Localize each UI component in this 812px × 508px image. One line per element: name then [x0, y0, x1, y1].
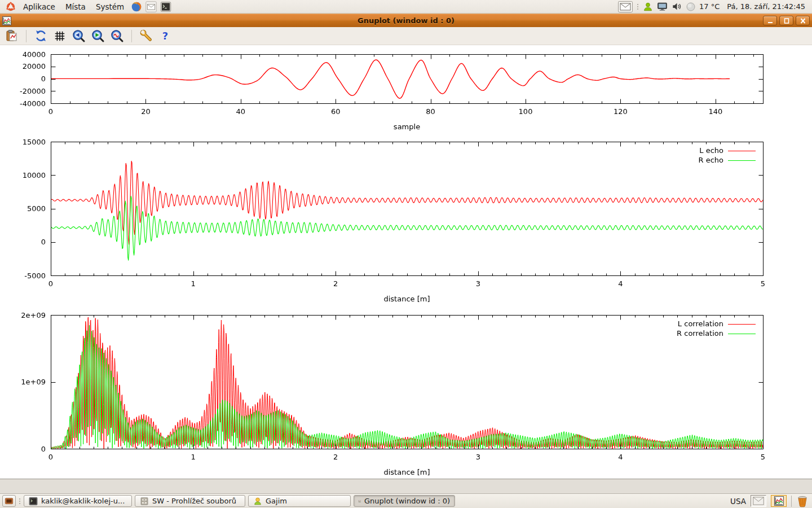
- taskbar-separator: [791, 496, 792, 507]
- desktop-background-strip: [0, 479, 812, 493]
- taskbar-item-gnuplot[interactable]: Gnuplot (window id : 0): [354, 495, 455, 507]
- gnuplot-toolbar: ?: [0, 27, 812, 45]
- window-title: Gnuplot (window id : 0): [0, 16, 812, 25]
- grid-icon[interactable]: [52, 29, 67, 43]
- toolbar-separator: [131, 30, 132, 42]
- mail-launcher-icon[interactable]: [145, 1, 157, 13]
- gnome-panel: Aplikace Místa Systém: [0, 0, 812, 14]
- close-button[interactable]: [796, 16, 810, 25]
- taskbar-item-label: kaklik@kaklik-kolej-u...: [41, 497, 125, 505]
- taskbar-grip-handle[interactable]: [19, 498, 21, 504]
- toolbar-separator: [26, 30, 27, 42]
- zoom-reset-icon[interactable]: [110, 29, 125, 43]
- taskbar-item-label: Gnuplot (window id : 0): [364, 497, 450, 505]
- taskbar-item-file-browser[interactable]: SW - Prohlížeč souborů: [135, 495, 245, 507]
- volume-icon[interactable]: [672, 1, 682, 12]
- help-icon[interactable]: ?: [158, 29, 173, 43]
- taskbar-item-gajim[interactable]: Gajim: [248, 495, 351, 507]
- taskbar-item-terminal[interactable]: kaklik@kaklik-kolej-u...: [24, 495, 132, 507]
- gnuplot-tray-icon[interactable]: [771, 495, 787, 507]
- firefox-icon[interactable]: [130, 1, 143, 13]
- menu-applications[interactable]: Aplikace: [18, 0, 60, 14]
- user-switcher-icon[interactable]: [643, 2, 653, 12]
- copy-to-clipboard-icon[interactable]: [5, 29, 19, 43]
- tray-grip-handle[interactable]: [637, 4, 639, 10]
- weather-icon[interactable]: [686, 2, 695, 11]
- taskbar-item-label: SW - Prohlížeč souborů: [152, 497, 236, 505]
- mail-notification-icon[interactable]: [618, 1, 633, 12]
- menu-system[interactable]: Systém: [91, 0, 129, 14]
- minimize-button[interactable]: [763, 16, 777, 25]
- taskbar-item-label: Gajim: [266, 497, 287, 505]
- temperature-label[interactable]: 17 °C: [699, 2, 720, 11]
- show-desktop-button[interactable]: [2, 495, 16, 507]
- maximize-button[interactable]: [779, 16, 793, 25]
- terminal-launcher-icon[interactable]: [160, 1, 172, 13]
- display-icon[interactable]: [657, 1, 668, 12]
- window-titlebar[interactable]: Gnuplot (window id : 0): [0, 14, 812, 27]
- trash-icon[interactable]: [796, 495, 809, 507]
- mail-tray-icon[interactable]: [751, 495, 766, 507]
- clock[interactable]: Pá, 18. září, 21:42:45: [727, 2, 805, 11]
- settings-wrench-icon[interactable]: [139, 29, 153, 43]
- replot-icon[interactable]: [33, 29, 48, 43]
- gnuplot-canvas[interactable]: [0, 45, 812, 479]
- gnuplot-plot-area: [0, 45, 812, 479]
- ubuntu-logo-icon[interactable]: [5, 1, 17, 13]
- zoom-previous-icon[interactable]: [72, 29, 86, 43]
- menu-places[interactable]: Místa: [60, 0, 91, 14]
- zoom-next-icon[interactable]: [91, 29, 105, 43]
- keyboard-layout-indicator[interactable]: USA: [730, 497, 746, 506]
- bottom-taskbar: kaklik@kaklik-kolej-u... SW - Prohlížeč …: [0, 493, 812, 508]
